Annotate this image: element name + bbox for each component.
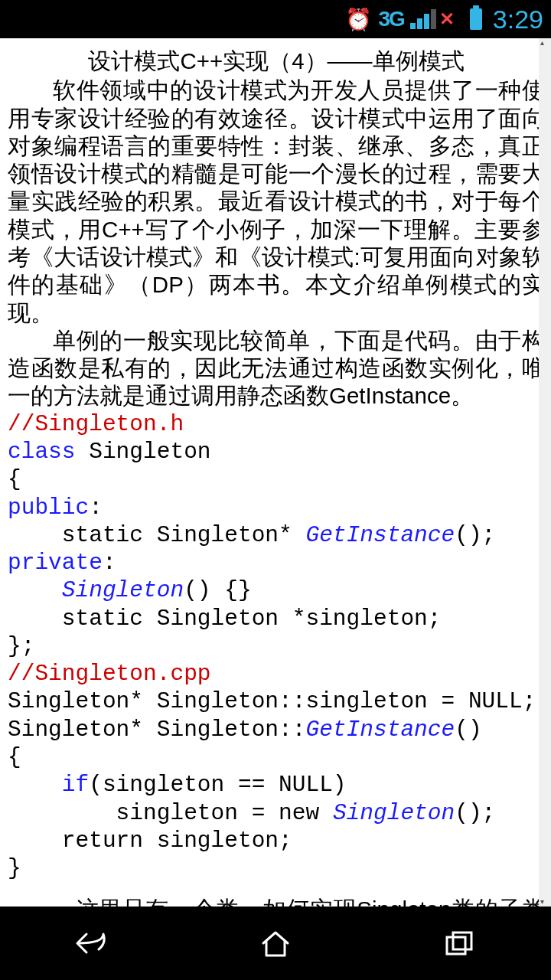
code-line: } (8, 854, 545, 882)
back-button[interactable] (69, 920, 115, 966)
back-icon (73, 928, 111, 959)
recent-apps-icon (442, 928, 476, 959)
code-line: public: (8, 494, 545, 521)
signal-icon (410, 9, 436, 29)
scroll-down-icon[interactable]: ▾ (540, 897, 544, 906)
code-line: //Singleton.h (8, 410, 545, 438)
battery-icon (470, 8, 482, 30)
scrollbar[interactable]: ▴ ▾ (539, 38, 551, 906)
code-line: Singleton* Singleton::singleton = NULL; (8, 688, 545, 715)
recent-apps-button[interactable] (436, 920, 482, 966)
bluetooth-disabled-icon: ✕ (439, 8, 455, 30)
code-line: singleton = new Singleton(); (8, 799, 545, 827)
code-line: static Singleton* GetInstance(); (8, 521, 545, 549)
navigation-bar (0, 906, 551, 980)
code-line: static Singleton *singleton; (8, 605, 545, 632)
paragraph-3: 这里只有一个类，如何实现Singleton类的子类呢？也就说Singleton有… (8, 896, 545, 906)
code-line: if(singleton == NULL) (8, 771, 545, 799)
scroll-up-icon[interactable]: ▴ (540, 38, 544, 47)
status-bar: ⏰ 3G ✕ 3:29 (0, 0, 551, 38)
code-line: Singleton* Singleton::GetInstance() (8, 716, 545, 743)
code-line: class Singleton (8, 438, 545, 466)
home-icon (259, 928, 292, 959)
code-line: { (8, 466, 545, 493)
code-line: //Singleton.cpp (8, 660, 545, 688)
document-content[interactable]: 设计模式C++实现（4）——单例模式 软件领域中的设计模式为开发人员提供了一种使… (0, 38, 551, 906)
network-3g-label: 3G (378, 7, 403, 31)
alarm-icon: ⏰ (345, 7, 372, 32)
code-line: { (8, 743, 545, 771)
code-line: }; (8, 632, 545, 660)
paragraph-2: 单例的一般实现比较简单，下面是代码。由于构造函数是私有的，因此无法通过构造函数实… (8, 327, 545, 410)
paragraph-1: 软件领域中的设计模式为开发人员提供了一种使用专家设计经验的有效途径。设计模式中运… (8, 77, 545, 327)
code-line: Singleton() {} (8, 577, 545, 604)
clock-label: 3:29 (493, 5, 543, 34)
home-button[interactable] (253, 920, 298, 966)
svg-rect-1 (453, 933, 471, 949)
code-line: private: (8, 549, 545, 577)
document-title: 设计模式C++实现（4）——单例模式 (8, 47, 545, 75)
spacer (8, 882, 545, 896)
code-line: return singleton; (8, 827, 545, 854)
svg-rect-0 (447, 937, 465, 954)
